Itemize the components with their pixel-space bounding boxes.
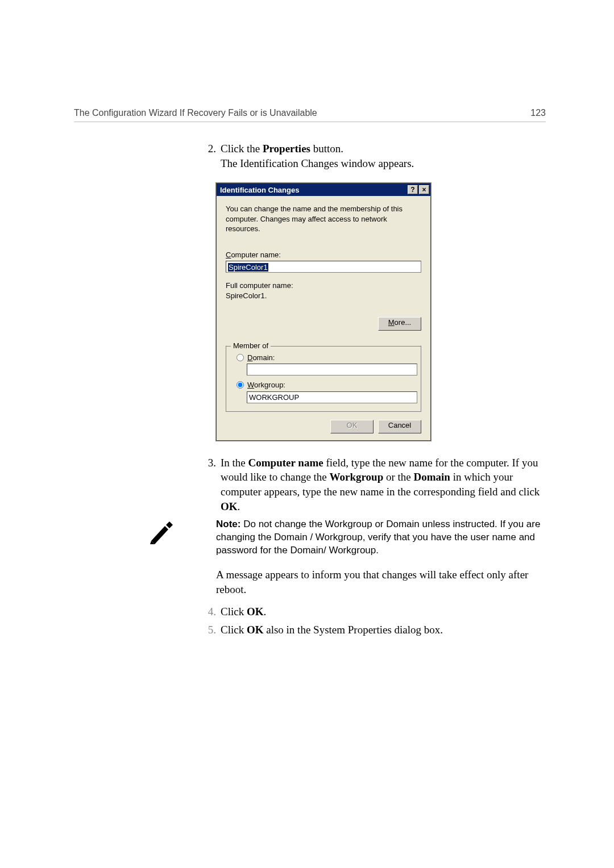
header-title: The Configuration Wizard If Recovery Fai… bbox=[74, 108, 317, 118]
bold-computer-name: Computer name bbox=[248, 457, 323, 469]
dialog-footer: OK Cancel bbox=[226, 420, 421, 433]
workgroup-radio[interactable] bbox=[237, 381, 244, 389]
bold-ok: OK bbox=[247, 624, 264, 636]
text: Click the bbox=[221, 143, 263, 155]
domain-input[interactable] bbox=[247, 364, 417, 375]
computer-name-label: Computer name: bbox=[226, 250, 421, 260]
step-3: 3. In the Computer name field, type the … bbox=[197, 456, 546, 514]
help-button[interactable]: ? bbox=[408, 185, 418, 194]
dialog-title: Identification Changes bbox=[220, 185, 406, 195]
post-note-text: A message appears to inform you that cha… bbox=[197, 567, 546, 596]
computer-name-input[interactable]: SpireColor1 bbox=[226, 261, 421, 273]
step-2: 2. Click the Properties button. The Iden… bbox=[197, 141, 546, 170]
bold-workgroup: Workgroup bbox=[330, 471, 384, 483]
step-body: Click OK also in the System Properties d… bbox=[221, 623, 546, 637]
label-rest: omputer name: bbox=[231, 251, 280, 259]
page-content: 2. Click the Properties button. The Iden… bbox=[197, 141, 546, 637]
member-of-legend: Member of bbox=[231, 341, 271, 351]
step-number: 5. bbox=[197, 623, 221, 637]
text: The Identification Changes window appear… bbox=[221, 157, 414, 169]
mnemonic-m: M bbox=[388, 318, 395, 327]
page: The Configuration Wizard If Recovery Fai… bbox=[0, 0, 614, 868]
text: In the bbox=[221, 457, 248, 469]
page-number: 123 bbox=[530, 108, 546, 118]
text: Click bbox=[221, 606, 247, 617]
workgroup-label: Workgroup: bbox=[247, 380, 285, 390]
step-5: 5. Click OK also in the System Propertie… bbox=[197, 623, 546, 637]
more-rest: ore... bbox=[395, 318, 412, 327]
step-body: In the Computer name field, type the new… bbox=[221, 456, 546, 514]
step-number: 3. bbox=[197, 456, 221, 514]
bold-ok: OK bbox=[247, 606, 264, 617]
member-of-group: Member of Domain: bbox=[226, 345, 421, 412]
computer-name-value: SpireColor1 bbox=[228, 263, 268, 272]
dialog-body: You can change the name and the membersh… bbox=[217, 196, 430, 440]
text: Click bbox=[221, 624, 247, 636]
note-bold: Note: bbox=[216, 519, 243, 529]
pen-note-icon bbox=[148, 518, 175, 545]
dialog-intro: You can change the name and the membersh… bbox=[226, 204, 421, 234]
text: button. bbox=[310, 143, 343, 155]
bold-ok: OK bbox=[221, 500, 238, 512]
step-number: 4. bbox=[197, 604, 221, 619]
dialog-titlebar[interactable]: Identification Changes ? × bbox=[217, 183, 430, 196]
bold-domain: Domain bbox=[414, 471, 450, 483]
close-button[interactable]: × bbox=[419, 185, 429, 194]
note-text: Note: Do not change the Workgroup or Dom… bbox=[197, 518, 546, 557]
step-number: 2. bbox=[197, 141, 221, 170]
text: . bbox=[238, 500, 240, 512]
note-body-text: Do not change the Workgroup or Domain un… bbox=[216, 519, 540, 556]
page-header: The Configuration Wizard If Recovery Fai… bbox=[74, 108, 546, 122]
domain-label: Domain: bbox=[247, 353, 275, 363]
cancel-button[interactable]: Cancel bbox=[378, 420, 421, 433]
workgroup-input[interactable] bbox=[247, 391, 417, 403]
text: also in the System Properties dialog box… bbox=[263, 624, 443, 636]
step-body: Click the Properties button. The Identif… bbox=[221, 141, 546, 170]
domain-radio-row[interactable]: Domain: bbox=[237, 353, 414, 363]
mnemonic-c: C bbox=[226, 251, 231, 259]
mnemonic-w: W bbox=[247, 381, 254, 389]
step-4: 4. Click OK. bbox=[197, 604, 546, 619]
text: . bbox=[263, 606, 266, 617]
text: or the bbox=[383, 471, 413, 483]
dialog-screenshot: Identification Changes ? × You can chang… bbox=[216, 183, 431, 440]
note-block: Note: Do not change the Workgroup or Dom… bbox=[197, 518, 546, 557]
full-computer-name-label: Full computer name: bbox=[226, 281, 421, 291]
step-body: Click OK. bbox=[221, 604, 546, 619]
identification-changes-dialog: Identification Changes ? × You can chang… bbox=[216, 183, 431, 440]
workgroup-rest: orkgroup: bbox=[254, 381, 285, 389]
text: A message appears to inform you that cha… bbox=[216, 569, 528, 595]
workgroup-radio-row[interactable]: Workgroup: bbox=[237, 380, 414, 390]
bold-properties: Properties bbox=[263, 143, 310, 155]
ok-button[interactable]: OK bbox=[330, 420, 374, 433]
full-computer-name-value: SpireColor1. bbox=[226, 291, 421, 301]
domain-rest: omain: bbox=[252, 353, 275, 362]
mnemonic-d: D bbox=[247, 353, 252, 362]
domain-radio[interactable] bbox=[237, 354, 244, 361]
more-button[interactable]: More... bbox=[378, 317, 421, 331]
